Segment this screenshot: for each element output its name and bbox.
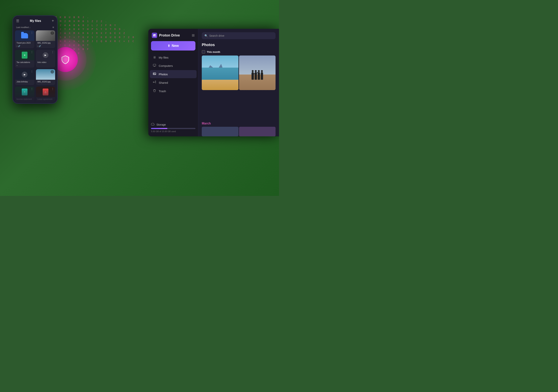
- storage-bar-fill: [151, 128, 167, 129]
- beach-scene: [202, 56, 238, 90]
- file-card[interactable]: ▶ ⋮ Intro video: [36, 50, 55, 68]
- desktop-panel: Proton Drive ⊞ ⬆ New 🖥 My files Computer…: [148, 29, 279, 136]
- storage-usage-text: 5.50 GB of 15.00 GB used: [151, 130, 195, 133]
- file-name: IMG_63262.jpg: [36, 41, 55, 45]
- more-options-icon[interactable]: ⋮: [51, 51, 54, 53]
- more-options-icon[interactable]: ⋮: [51, 70, 54, 74]
- file-card[interactable]: + ⋮ Tax calculations ●: [15, 50, 35, 68]
- main-area: 🔍 Search drive Photos This month: [198, 29, 279, 136]
- sidebar-item-label: My files: [159, 56, 168, 59]
- friends-sky: [239, 56, 276, 75]
- list-view-icon[interactable]: ≡: [52, 26, 54, 29]
- select-all-checkbox[interactable]: [202, 50, 205, 54]
- phone-title: My files: [30, 19, 41, 23]
- sidebar-item-shared[interactable]: Shared: [150, 78, 197, 87]
- storage-section: Storage 5.50 GB of 15.00 GB used: [148, 121, 198, 136]
- sidebar-item-trash[interactable]: Trash: [150, 87, 197, 95]
- march-label: March: [198, 119, 279, 127]
- sidebar-item-label: Computers: [159, 64, 173, 68]
- grid-view-icon[interactable]: ⊞: [192, 33, 195, 37]
- file-card[interactable]: ⋮ IMG_63262.jpg ● 🔗: [36, 30, 55, 48]
- trash-icon: [153, 89, 157, 93]
- file-meta: ● 🔗: [37, 45, 41, 47]
- shared-icon: [153, 81, 157, 85]
- file-meta: ●: [17, 65, 17, 67]
- cloud-icon: [151, 123, 155, 126]
- storage-bar-background: [151, 128, 195, 129]
- person-icon: [261, 72, 263, 80]
- beach-sand: [202, 80, 238, 90]
- file-card[interactable]: ⋮ IMG_63263.jpg: [36, 69, 55, 85]
- photos-icon: [153, 72, 157, 76]
- storage-label: Storage: [151, 123, 195, 126]
- sidebar-item-label: Photos: [159, 73, 168, 76]
- more-options-icon[interactable]: ⋮: [31, 70, 33, 73]
- phone-header: ☰ My files +: [13, 16, 57, 25]
- phone-overlay: [13, 88, 57, 103]
- file-card[interactable]: ▶ ⋮ Julia birthday: [15, 69, 35, 85]
- file-name: Intro video: [36, 60, 55, 65]
- sort-bar: Last modified ↓ ≡: [13, 25, 57, 30]
- file-name: IMG_63263.jpg: [36, 80, 55, 84]
- proton-logo-group: Proton Drive: [152, 33, 180, 38]
- file-name: Julia birthday: [15, 80, 35, 84]
- svg-point-1: [154, 35, 156, 37]
- phone-mockup: ☰ My files + Last modified ↓ ≡ ⋮ Travel …: [12, 15, 58, 104]
- more-options-icon[interactable]: ⋮: [51, 31, 54, 35]
- doc-icon: +: [22, 52, 27, 59]
- app-name: Proton Drive: [159, 34, 180, 37]
- my-files-icon: 🖥: [153, 56, 157, 59]
- sidebar-item-my-files[interactable]: 🖥 My files: [150, 54, 197, 61]
- new-button[interactable]: ⬆ New: [151, 41, 195, 51]
- search-input[interactable]: Search drive: [209, 34, 224, 37]
- svg-rect-2: [153, 64, 156, 66]
- computers-icon: [153, 64, 157, 68]
- sidebar-item-label: Trash: [159, 90, 166, 93]
- photo-thumb-small[interactable]: [202, 127, 238, 136]
- hamburger-icon[interactable]: ☰: [16, 19, 19, 23]
- sidebar-item-label: Shared: [159, 81, 168, 84]
- sidebar: Proton Drive ⊞ ⬆ New 🖥 My files Computer…: [148, 29, 198, 136]
- photo-thumb-friends[interactable]: [239, 56, 276, 90]
- search-wrapper[interactable]: 🔍 Search drive: [202, 32, 276, 39]
- sidebar-item-photos[interactable]: Photos: [150, 70, 197, 78]
- search-bar: 🔍 Search drive: [198, 29, 279, 42]
- svg-rect-3: [153, 73, 156, 75]
- person-icon: [252, 72, 254, 80]
- this-month-label: This month: [198, 49, 279, 56]
- sidebar-logo: Proton Drive ⊞: [148, 29, 198, 41]
- photo-thumb-small[interactable]: [239, 127, 276, 136]
- proton-drive-icon: [152, 33, 157, 38]
- person-icon: [255, 72, 257, 80]
- friends-silhouette: [252, 72, 263, 80]
- folder-icon: [21, 33, 28, 38]
- photos-grid: [198, 56, 279, 119]
- play-icon: ▶: [43, 52, 48, 58]
- sort-arrow-icon: ↓: [29, 26, 30, 28]
- photo-thumb-beach[interactable]: [202, 56, 238, 90]
- sort-label[interactable]: Last modified ↓: [16, 26, 30, 28]
- file-name: Travel pics 2023: [15, 41, 35, 45]
- more-options-icon[interactable]: ⋮: [31, 31, 33, 34]
- add-icon[interactable]: +: [52, 19, 54, 23]
- beach-water: [202, 68, 238, 80]
- play-icon: ▶: [22, 72, 27, 77]
- file-name: Tax calculations: [15, 60, 35, 65]
- file-card[interactable]: ⋮ Travel pics 2023 ● 🔗: [15, 30, 35, 48]
- file-meta: ● 🔗: [17, 45, 20, 47]
- friends-scene: [239, 56, 276, 90]
- person-icon: [258, 72, 260, 80]
- new-icon: ⬆: [167, 44, 170, 48]
- photos-section-title: Photos: [198, 42, 279, 49]
- search-icon: 🔍: [204, 34, 208, 37]
- sidebar-item-computers[interactable]: Computers: [150, 62, 197, 70]
- bottom-photos: [198, 127, 279, 136]
- more-options-icon[interactable]: ⋮: [31, 51, 33, 53]
- nav-items: 🖥 My files Computers Photos Shared: [148, 54, 198, 121]
